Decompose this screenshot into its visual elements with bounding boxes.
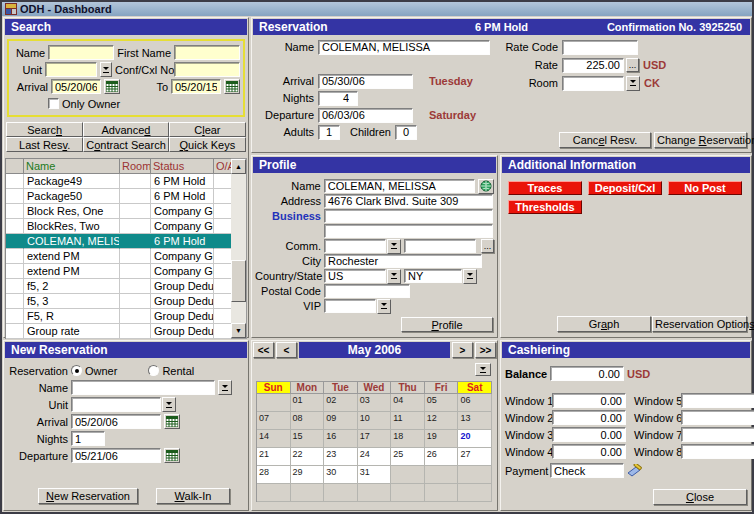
- state-dropdown-button[interactable]: [463, 269, 477, 284]
- rate-code-input[interactable]: [562, 40, 638, 55]
- contract-search-button[interactable]: Contract Search: [83, 137, 169, 152]
- walk-in-button[interactable]: Walk-In: [156, 488, 230, 504]
- window-4-field[interactable]: [552, 444, 626, 459]
- res-nights-input[interactable]: [318, 91, 358, 106]
- scroll-down-icon[interactable]: ▼: [231, 323, 246, 338]
- newres-arrival-input[interactable]: [71, 414, 161, 429]
- calendar-day[interactable]: 31: [358, 466, 392, 484]
- calendar-day[interactable]: 25: [391, 448, 425, 466]
- deposit-cxl-alert-button[interactable]: Deposit/Cxl: [588, 181, 662, 195]
- newres-arrival-calendar-icon[interactable]: [164, 414, 180, 429]
- thresholds-alert-button[interactable]: Thresholds: [508, 200, 582, 214]
- payment-input[interactable]: [550, 463, 624, 478]
- comm-dropdown-button[interactable]: [387, 239, 401, 254]
- children-input[interactable]: [395, 125, 417, 140]
- last-resv-button[interactable]: Last Resv.: [6, 137, 83, 152]
- comm-type-input[interactable]: [324, 239, 386, 253]
- window-1-field[interactable]: [552, 393, 626, 408]
- table-row[interactable]: COLEMAN, MELISSA6 PM Hold: [6, 234, 231, 249]
- scroll-up-icon[interactable]: ▲: [231, 159, 246, 174]
- calendar-day[interactable]: 28: [257, 466, 291, 484]
- change-reservation-button[interactable]: Change Reservation: [654, 132, 747, 148]
- city-input[interactable]: [324, 254, 482, 268]
- new-reservation-button[interactable]: New Reservation: [38, 488, 138, 504]
- only-owner-checkbox[interactable]: [48, 98, 59, 109]
- res-arrival-input[interactable]: [318, 74, 413, 89]
- calendar-day[interactable]: 18: [391, 430, 425, 448]
- newres-name-dropdown-button[interactable]: [218, 380, 232, 395]
- profile-button[interactable]: Profile: [401, 317, 493, 332]
- address-input[interactable]: [324, 194, 493, 208]
- address2-input[interactable]: [324, 224, 493, 238]
- calendar-day[interactable]: 03: [358, 394, 392, 412]
- window-5-field[interactable]: [681, 393, 754, 408]
- calendar-day[interactable]: 20: [458, 430, 492, 448]
- calendar-day[interactable]: 19: [425, 430, 459, 448]
- window-3-field[interactable]: [552, 427, 626, 442]
- comm-value-input[interactable]: [404, 239, 476, 253]
- res-departure-input[interactable]: [318, 108, 413, 123]
- search-to-input[interactable]: [171, 79, 221, 94]
- owner-radio[interactable]: [71, 365, 82, 376]
- calendar-day[interactable]: 09: [324, 412, 358, 430]
- window-2-field[interactable]: [552, 410, 626, 425]
- rental-radio[interactable]: [148, 365, 159, 376]
- window-7-field[interactable]: [681, 427, 754, 442]
- advanced-button[interactable]: Advanced: [83, 122, 169, 137]
- calendar-day[interactable]: 22: [291, 448, 325, 466]
- calendar-day[interactable]: 07: [257, 412, 291, 430]
- rate-lookup-icon[interactable]: ...: [626, 58, 639, 72]
- calendar-next-year-button[interactable]: >>: [475, 342, 496, 358]
- comm-lookup-icon[interactable]: ...: [481, 239, 494, 253]
- table-row[interactable]: f5, 2Group Deduct: [6, 279, 231, 294]
- table-row[interactable]: F5, RGroup Deduct: [6, 309, 231, 324]
- clear-button[interactable]: Clear: [169, 122, 246, 137]
- close-button[interactable]: Close: [653, 489, 747, 505]
- table-row[interactable]: Package506 PM Hold: [6, 189, 231, 204]
- calendar-day[interactable]: 08: [291, 412, 325, 430]
- calendar-day[interactable]: 01: [291, 394, 325, 412]
- calendar-day[interactable]: 11: [391, 412, 425, 430]
- table-row[interactable]: Group rateGroup Deduct: [6, 324, 231, 339]
- calendar-day[interactable]: 17: [358, 430, 392, 448]
- country-input[interactable]: [324, 269, 386, 283]
- calendar-day[interactable]: 24: [358, 448, 392, 466]
- profile-globe-icon[interactable]: [478, 179, 494, 194]
- calendar-day[interactable]: 16: [324, 430, 358, 448]
- calendar-view-dropdown-button[interactable]: [475, 363, 491, 376]
- window-8-field[interactable]: [681, 444, 754, 459]
- search-name-input[interactable]: [48, 45, 114, 60]
- rate-input[interactable]: [562, 58, 624, 73]
- arrival-calendar-icon[interactable]: [104, 79, 120, 94]
- calendar-day[interactable]: 06: [458, 394, 492, 412]
- room-input[interactable]: [562, 76, 624, 91]
- search-arrival-input[interactable]: [51, 79, 101, 94]
- no-post-alert-button[interactable]: No Post: [668, 181, 742, 195]
- search-button[interactable]: Search: [6, 122, 83, 137]
- table-row[interactable]: extend PMCompany Guarantee: [6, 264, 231, 279]
- unit-dropdown-button[interactable]: [100, 62, 112, 77]
- res-name-input[interactable]: [318, 40, 490, 55]
- table-row[interactable]: extend PMCompany Guarantee: [6, 249, 231, 264]
- newres-departure-calendar-icon[interactable]: [164, 448, 180, 463]
- vip-dropdown-button[interactable]: [377, 299, 391, 314]
- newres-name-input[interactable]: [71, 380, 215, 395]
- newres-unit-dropdown-button[interactable]: [162, 397, 176, 412]
- search-first-name-input[interactable]: [174, 45, 240, 60]
- calendar-day[interactable]: 15: [291, 430, 325, 448]
- state-input[interactable]: [404, 269, 462, 283]
- table-row[interactable]: f5, 3Group Deduct: [6, 294, 231, 309]
- calendar-day[interactable]: 12: [425, 412, 459, 430]
- calendar-day[interactable]: 29: [291, 466, 325, 484]
- calendar-day[interactable]: 26: [425, 448, 459, 466]
- newres-unit-input[interactable]: [71, 397, 161, 412]
- calendar-day[interactable]: 21: [257, 448, 291, 466]
- calendar-prev-month-button[interactable]: <: [276, 342, 297, 358]
- calendar-day[interactable]: 23: [324, 448, 358, 466]
- country-dropdown-button[interactable]: [387, 269, 401, 284]
- calendar-next-month-button[interactable]: >: [452, 342, 473, 358]
- vip-input[interactable]: [324, 299, 376, 313]
- to-calendar-icon[interactable]: [224, 79, 240, 94]
- newres-nights-input[interactable]: [71, 431, 105, 446]
- window-6-field[interactable]: [681, 410, 754, 425]
